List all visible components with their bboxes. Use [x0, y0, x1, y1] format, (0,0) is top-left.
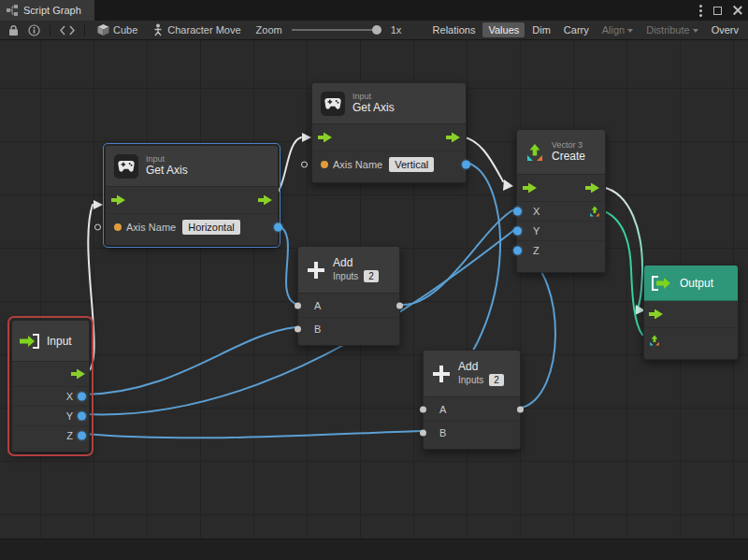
string-port-dot [114, 223, 122, 231]
node-vector3-create[interactable]: Vector 3 Create X Y Z [516, 129, 606, 273]
port-x-label: X [533, 206, 539, 217]
port-row-a: A [424, 397, 520, 421]
a-in-port[interactable] [420, 406, 426, 412]
flow-arrowhead [503, 179, 513, 191]
value-row: Axis Name Horizontal [106, 213, 278, 240]
inputs-count-field[interactable]: 2 [364, 270, 379, 282]
inputs-label: Inputs [458, 375, 483, 386]
b-in-port[interactable] [420, 430, 426, 437]
control-out-port[interactable] [585, 183, 599, 194]
port-a-label: A [439, 404, 446, 415]
axis-name-in-port[interactable] [94, 224, 101, 231]
node-title: Add [458, 361, 504, 374]
port-row-b: B [424, 421, 520, 444]
node-header: Output [644, 266, 738, 301]
port-b-label: B [314, 323, 321, 335]
port-z-label: Z [533, 245, 539, 256]
control-in-port[interactable] [649, 309, 663, 320]
port-row-z: Z [12, 425, 89, 445]
node-title: Get Axis [352, 102, 395, 115]
result-out-port[interactable] [274, 223, 282, 232]
sum-out-port[interactable] [396, 302, 403, 309]
node-header: Input [12, 321, 89, 362]
port-y-label: Y [66, 410, 73, 422]
gamepad-icon [114, 154, 138, 179]
z-in-port[interactable] [513, 247, 522, 255]
flow-row [312, 124, 466, 151]
node-add-1[interactable]: Add Inputs 2 A B [297, 246, 400, 346]
node-graph-output[interactable]: Output [643, 265, 739, 360]
node-header: Input Get Axis [106, 146, 278, 187]
flow-row [644, 301, 738, 327]
y-in-port[interactable] [513, 227, 522, 236]
flow-row [517, 175, 605, 201]
node-header: Vector 3 Create [517, 130, 605, 175]
result-out-port[interactable] [462, 161, 470, 169]
port-y-label: Y [533, 225, 539, 237]
port-row-x: X [12, 386, 89, 406]
input-unit-icon [19, 334, 39, 349]
sum-out-port[interactable] [517, 406, 524, 412]
axis-name-in-port[interactable] [301, 162, 308, 168]
port-row-a: A [298, 294, 399, 317]
port-x-label: X [66, 391, 73, 402]
node-title: Input [47, 335, 72, 348]
wire-inputx-to-add1-b[interactable] [84, 327, 295, 395]
port-a-label: A [314, 300, 321, 311]
x-in-port[interactable] [513, 208, 522, 216]
axis-name-label: Axis Name [333, 159, 382, 170]
add-icon [307, 261, 325, 280]
inputs-label: Inputs [333, 271, 358, 282]
control-in-port[interactable] [523, 183, 537, 194]
node-title: Add [333, 257, 379, 270]
z-out-port[interactable] [78, 432, 86, 440]
axis-name-field[interactable]: Vertical [389, 157, 434, 172]
control-in-port[interactable] [318, 133, 332, 143]
vector-in-row [644, 327, 738, 352]
control-in-port[interactable] [111, 195, 125, 206]
wire-flow-vector3-to-output[interactable] [602, 187, 642, 309]
port-b-label: B [439, 427, 446, 438]
port-row-y: Y [517, 221, 605, 240]
node-header: Input Get Axis [312, 83, 466, 124]
wire-inputz-to-add2-b[interactable] [84, 431, 421, 438]
port-row-z: Z [517, 240, 605, 260]
add-icon [432, 365, 451, 383]
wire-horizontal-to-add1-a[interactable] [279, 225, 295, 304]
flow-row [106, 187, 278, 213]
node-title: Output [680, 277, 713, 290]
node-graph-input[interactable]: Input X Y Z [11, 320, 90, 452]
node-header: Add Inputs 2 [298, 247, 399, 294]
node-get-axis-vertical[interactable]: Input Get Axis Axis Name Vertical [311, 82, 467, 183]
node-get-axis-horizontal[interactable]: Input Get Axis Axis Name Horizontal [105, 145, 279, 246]
node-title: Create [552, 151, 585, 164]
control-out-port[interactable] [71, 369, 85, 380]
node-header: Add Inputs 2 [424, 351, 520, 397]
node-add-2[interactable]: Add Inputs 2 A B [423, 350, 521, 450]
x-out-port[interactable] [78, 393, 86, 401]
string-port-dot [321, 161, 328, 168]
wire-add2-to-vector3-z[interactable] [522, 251, 555, 408]
vector3-out-port[interactable] [589, 206, 600, 217]
b-in-port[interactable] [295, 326, 301, 333]
port-z-label: Z [66, 430, 73, 441]
axis-name-label: Axis Name [126, 222, 176, 233]
value-row: Axis Name Vertical [312, 151, 466, 178]
inputs-count-field[interactable]: 2 [489, 374, 504, 386]
port-row-x: X [517, 201, 605, 221]
axis-name-field[interactable]: Horizontal [182, 220, 240, 235]
node-title: Get Axis [146, 165, 188, 178]
gamepad-icon [321, 92, 345, 116]
flow-arrowhead [302, 133, 311, 142]
vector3-in-port[interactable] [649, 335, 660, 346]
port-row-b: B [298, 317, 399, 340]
flow-row [12, 362, 89, 386]
vector3-icon [525, 143, 544, 162]
control-out-port[interactable] [446, 133, 460, 143]
flow-arrowhead [94, 200, 103, 209]
output-unit-icon [652, 276, 672, 291]
y-out-port[interactable] [78, 412, 86, 421]
port-row-y: Y [12, 406, 89, 425]
a-in-port[interactable] [295, 302, 301, 309]
control-out-port[interactable] [258, 195, 272, 206]
